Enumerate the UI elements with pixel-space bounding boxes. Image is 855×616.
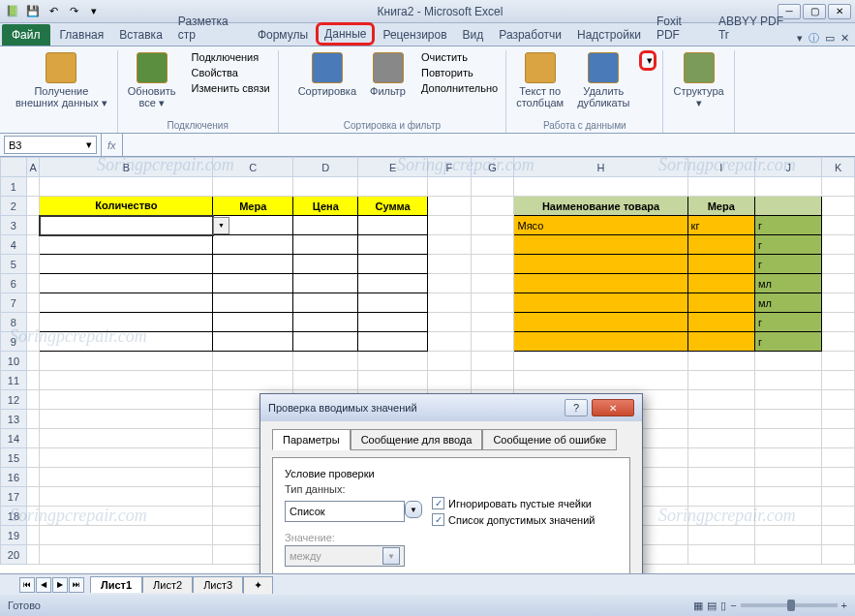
sort-za-button[interactable] [285, 53, 289, 55]
cell[interactable] [754, 197, 821, 216]
cell[interactable]: Мясо [514, 216, 687, 235]
col-header[interactable]: G [471, 158, 514, 177]
tab-overflow-icon[interactable]: ▾ [797, 32, 803, 45]
cell[interactable]: г [754, 332, 821, 352]
cell[interactable] [358, 293, 428, 313]
cell[interactable] [754, 507, 821, 526]
row-header[interactable]: 7 [1, 293, 27, 313]
cell[interactable]: ▼ [40, 216, 213, 235]
filter-button[interactable]: Фильтр [366, 50, 410, 99]
cell[interactable]: г [754, 216, 821, 235]
zoom-out-button[interactable]: − [730, 600, 736, 611]
tab-foxit[interactable]: Foxit PDF [649, 11, 711, 46]
tab-input-message[interactable]: Сообщение для ввода [351, 429, 483, 450]
cell[interactable] [40, 235, 213, 255]
cell[interactable] [471, 293, 514, 313]
row-header[interactable]: 4 [1, 235, 27, 255]
cell[interactable] [687, 545, 754, 565]
cell[interactable] [213, 293, 293, 313]
cell[interactable]: Количество [40, 197, 213, 216]
cell[interactable] [26, 313, 39, 332]
cell[interactable] [687, 255, 754, 274]
cell[interactable] [358, 313, 428, 332]
cell[interactable] [822, 526, 855, 545]
view-normal-icon[interactable]: ▦ [693, 600, 703, 612]
type-select[interactable]: Список [285, 501, 405, 522]
cell[interactable] [687, 332, 754, 352]
cell[interactable] [40, 313, 213, 332]
spreadsheet-grid[interactable]: ABCDEFGHIJK12КоличествоМераЦенаСуммаНаим… [0, 157, 855, 573]
col-header[interactable]: K [822, 158, 855, 177]
cell[interactable] [40, 487, 213, 507]
cell[interactable] [471, 216, 514, 235]
text-to-columns-button[interactable]: Текст по столбцам [512, 50, 567, 110]
cell[interactable] [754, 352, 821, 371]
refresh-all-button[interactable]: Обновить все ▾ [124, 50, 180, 110]
cell[interactable] [687, 390, 754, 410]
row-header[interactable]: 14 [1, 429, 27, 448]
tab-error-alert[interactable]: Сообщение об ошибке [482, 429, 617, 450]
consolidate-button[interactable] [639, 73, 657, 75]
cell[interactable] [514, 177, 687, 197]
cell[interactable] [26, 197, 39, 216]
cell[interactable] [358, 216, 428, 235]
zoom-in-button[interactable]: + [841, 600, 847, 611]
cell[interactable] [754, 487, 821, 507]
cell[interactable] [822, 235, 855, 255]
cell[interactable] [822, 390, 855, 410]
cell[interactable] [427, 274, 471, 293]
ignore-blank-checkbox[interactable]: ✓ Игнорировать пустые ячейки [432, 497, 595, 509]
outline-button[interactable]: Структура ▾ [669, 50, 727, 110]
cell[interactable] [293, 255, 358, 274]
cell[interactable] [293, 177, 358, 197]
cell[interactable] [822, 352, 855, 371]
cell[interactable] [754, 526, 821, 545]
dialog-help-button[interactable]: ? [565, 399, 588, 416]
cell[interactable] [213, 177, 293, 197]
cell[interactable] [754, 410, 821, 429]
tab-data[interactable]: Данные [316, 22, 375, 46]
dialog-close-button[interactable]: ✕ [592, 399, 634, 416]
cell[interactable] [471, 371, 514, 390]
row-header[interactable]: 9 [1, 332, 27, 352]
cell[interactable] [26, 526, 39, 545]
cell[interactable] [687, 487, 754, 507]
cell[interactable] [687, 177, 754, 197]
row-header[interactable]: 20 [1, 545, 27, 565]
cell[interactable] [26, 410, 39, 429]
cell[interactable] [213, 313, 293, 332]
save-icon[interactable]: 💾 [24, 3, 42, 20]
cell[interactable]: Мера [687, 197, 754, 216]
whatif-button[interactable] [639, 77, 657, 78]
row-header[interactable]: 13 [1, 410, 27, 429]
tab-developer[interactable]: Разработчи [491, 24, 569, 46]
cell[interactable] [427, 352, 471, 371]
cell[interactable] [40, 332, 213, 352]
cell[interactable] [822, 371, 855, 390]
cell[interactable] [26, 507, 39, 526]
cell[interactable] [26, 216, 39, 235]
cell[interactable] [471, 235, 514, 255]
tab-abbyy[interactable]: ABBYY PDF Tr [711, 11, 797, 46]
cell[interactable]: Мера [213, 197, 293, 216]
cell[interactable] [514, 313, 687, 332]
cell[interactable]: мл [754, 293, 821, 313]
last-sheet-icon[interactable]: ⏭ [69, 577, 84, 593]
cell[interactable] [514, 235, 687, 255]
cell[interactable] [471, 255, 514, 274]
cell[interactable]: Сумма [358, 197, 428, 216]
get-external-data-button[interactable]: Получение внешних данных ▾ [12, 50, 111, 110]
row-header[interactable]: 12 [1, 390, 27, 410]
cell[interactable] [427, 255, 471, 274]
cell[interactable] [754, 468, 821, 487]
cell[interactable] [213, 371, 293, 390]
cell[interactable] [40, 352, 213, 371]
tab-view[interactable]: Вид [455, 24, 492, 46]
cell[interactable] [471, 313, 514, 332]
cell[interactable] [293, 332, 358, 352]
cell[interactable] [358, 332, 428, 352]
cell[interactable] [26, 468, 39, 487]
cell[interactable] [427, 197, 471, 216]
tab-formulas[interactable]: Формулы [250, 24, 316, 46]
cell[interactable] [822, 429, 855, 448]
